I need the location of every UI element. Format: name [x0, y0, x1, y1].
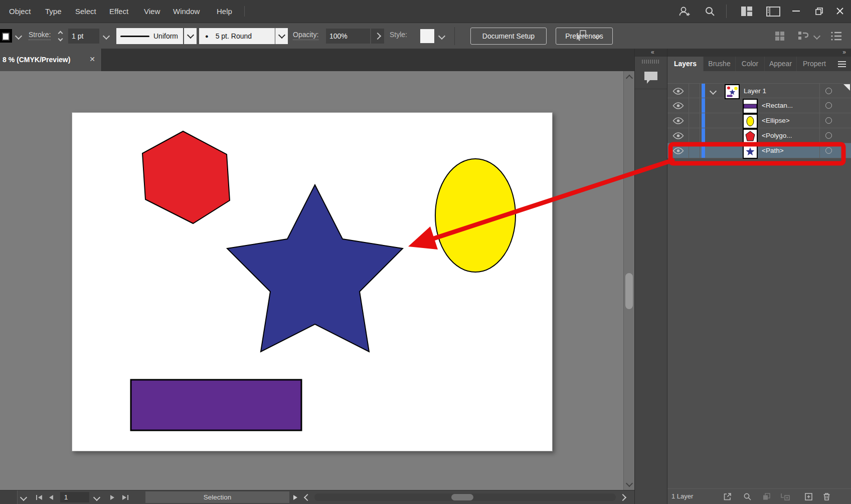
first-artboard-button[interactable] [36, 490, 42, 504]
panel-collapse-header[interactable]: » [667, 49, 851, 57]
make-clipping-mask-icon[interactable] [762, 492, 771, 501]
hexagon-shape[interactable] [142, 131, 230, 223]
vertical-scrollbar-thumb[interactable] [625, 273, 633, 309]
horizontal-scrollbar-thumb[interactable] [451, 494, 473, 500]
tab-layers[interactable]: Layers [667, 57, 704, 71]
artboard-dropdown-chevron[interactable] [94, 490, 99, 504]
list-view-icon[interactable] [830, 31, 842, 41]
layer-row-path[interactable]: <Path> [667, 143, 851, 158]
visibility-eye-icon[interactable] [672, 132, 684, 139]
restore-button[interactable] [815, 8, 823, 15]
path-thumbnail[interactable] [743, 144, 758, 159]
menu-object[interactable]: Object [9, 0, 31, 23]
opacity-label[interactable]: Opacity: [293, 31, 318, 40]
hscroll-left-arrow[interactable] [305, 490, 310, 504]
menu-help[interactable]: Help [217, 0, 232, 23]
visibility-eye-icon[interactable] [672, 147, 684, 154]
menu-select[interactable]: Select [75, 0, 96, 23]
width-profile-chevron[interactable] [184, 28, 197, 44]
panel-menu-icon[interactable] [833, 57, 851, 71]
layer-row-rectangle[interactable]: <Rectan... [667, 98, 851, 113]
opacity-panel-chevron[interactable] [371, 29, 384, 44]
brush-chevron[interactable] [275, 28, 288, 44]
visibility-eye-icon[interactable] [672, 88, 684, 95]
comments-panel-button[interactable] [635, 67, 667, 89]
stroke-weight-dropdown-chevron[interactable] [100, 30, 113, 42]
visibility-eye-icon[interactable] [672, 102, 684, 109]
layer-target-circle[interactable] [825, 88, 832, 94]
star-shape[interactable] [227, 185, 403, 352]
close-tab-icon[interactable]: ✕ [89, 55, 95, 63]
dock-grip[interactable] [642, 60, 660, 64]
canvas-area[interactable] [0, 71, 623, 490]
tab-properties[interactable]: Propert [797, 57, 832, 71]
status-tool-indicator[interactable]: Selection [145, 491, 289, 503]
rectangle-shape[interactable] [131, 380, 301, 430]
horizontal-scrollbar[interactable] [314, 493, 616, 501]
collapse-panels-icon[interactable]: « [651, 49, 654, 56]
style-swatch[interactable] [420, 29, 434, 43]
layer-name[interactable]: Layer 1 [744, 84, 766, 99]
locate-object-icon[interactable] [743, 492, 752, 501]
tab-appearance[interactable]: Appear [765, 57, 797, 71]
isolate-dropdown-chevron[interactable] [591, 30, 604, 42]
expand-layer-chevron[interactable] [710, 88, 717, 95]
artboard-number-field[interactable]: 1 [60, 492, 89, 502]
brush-definition-dropdown[interactable]: ● 5 pt. Round [199, 28, 275, 44]
menu-effect[interactable]: Effect [109, 0, 128, 23]
new-sublayer-icon[interactable] [780, 492, 791, 501]
object-name[interactable]: <Path> [762, 143, 784, 158]
visibility-eye-icon[interactable] [672, 117, 684, 124]
isolate-selected-object-icon[interactable] [575, 30, 588, 43]
object-target-circle[interactable] [825, 117, 832, 124]
zoom-dropdown-chevron[interactable] [21, 490, 26, 504]
expand-panels-icon[interactable]: » [842, 49, 846, 56]
ellipse-shape[interactable] [435, 159, 516, 272]
opacity-field[interactable]: 100% [326, 29, 370, 44]
object-name[interactable]: <Rectan... [762, 98, 793, 113]
dock-collapse-header[interactable]: « [635, 49, 667, 57]
last-artboard-button[interactable] [122, 490, 128, 504]
width-profile-dropdown[interactable]: Uniform [116, 28, 183, 44]
menu-window[interactable]: Window [173, 0, 200, 23]
zoom-level-box[interactable] [0, 490, 18, 504]
document-tab[interactable]: 8 % (CMYK/Preview) ✕ [0, 49, 102, 71]
stroke-weight-field[interactable]: 1 pt [68, 29, 99, 44]
hscroll-right-arrow[interactable] [620, 490, 625, 504]
previous-artboard-button[interactable] [49, 490, 53, 504]
ellipse-thumbnail[interactable] [743, 114, 758, 129]
layer-row-ellipse[interactable]: <Ellipse> [667, 113, 851, 128]
next-artboard-button[interactable] [110, 490, 114, 504]
document-setup-panel-icon[interactable] [766, 7, 780, 17]
object-name[interactable]: <Polygo... [762, 128, 792, 143]
close-button[interactable] [836, 7, 844, 15]
arrange-documents-icon[interactable] [741, 7, 752, 16]
object-target-circle[interactable] [825, 102, 832, 109]
fill-stroke-proxy-swatch[interactable] [0, 29, 12, 43]
stroke-weight-stepper[interactable] [57, 29, 65, 43]
swatch-dropdown-chevron[interactable] [12, 30, 25, 42]
style-dropdown-chevron[interactable] [435, 30, 448, 42]
document-setup-button[interactable]: Document Setup [470, 28, 547, 45]
rectangle-thumbnail[interactable] [743, 99, 758, 114]
layer-row-polygon[interactable]: <Polygo... [667, 128, 851, 143]
new-layer-icon[interactable] [804, 492, 813, 501]
object-target-circle[interactable] [825, 132, 832, 139]
status-expand-arrow[interactable] [293, 490, 297, 504]
touch-workspace-icon[interactable] [775, 31, 785, 41]
share-user-icon[interactable] [678, 5, 691, 18]
search-icon[interactable] [704, 6, 716, 18]
workspace-chevron[interactable] [810, 30, 823, 42]
minimize-button[interactable] [792, 11, 800, 12]
workspace-switcher-icon[interactable] [797, 31, 808, 42]
menu-view[interactable]: View [144, 0, 160, 23]
object-name[interactable]: <Ellipse> [762, 113, 790, 128]
vertical-scrollbar[interactable] [623, 71, 634, 490]
stroke-label[interactable]: Stroke: [29, 31, 51, 40]
tab-brushes[interactable]: Brushe [704, 57, 736, 71]
tab-color[interactable]: Color [736, 57, 765, 71]
layer1-thumbnail[interactable] [725, 84, 740, 99]
menu-type[interactable]: Type [45, 0, 62, 23]
delete-layer-trash-icon[interactable] [822, 492, 831, 501]
object-target-circle[interactable] [825, 147, 832, 154]
